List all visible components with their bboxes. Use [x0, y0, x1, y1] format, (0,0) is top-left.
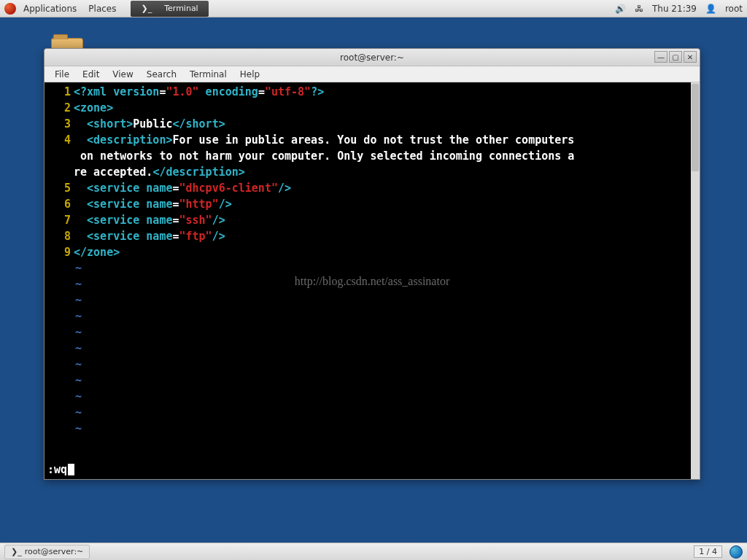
menu-places[interactable]: Places — [84, 4, 120, 14]
distro-icon — [4, 3, 16, 15]
clock[interactable]: Thu 21:39 — [652, 4, 697, 14]
scrollbar-thumb[interactable] — [692, 84, 699, 171]
volume-icon[interactable]: 🔊 — [615, 4, 626, 14]
menu-terminal[interactable]: Terminal — [184, 68, 233, 81]
cursor — [68, 464, 74, 475]
active-app-indicator[interactable]: ❯_ Terminal — [131, 1, 208, 17]
terminal-icon: ❯_ — [11, 547, 22, 556]
workspace-indicator[interactable]: 1 / 4 — [694, 545, 722, 558]
menu-file[interactable]: File — [49, 68, 75, 81]
active-app-label: Terminal — [160, 4, 203, 13]
maximize-button[interactable]: ▢ — [669, 51, 682, 63]
window-menubar: File Edit View Search Terminal Help — [44, 66, 700, 82]
top-panel: Applications Places ❯_ Terminal 🔊 🖧 Thu … — [0, 0, 747, 18]
vim-command-text: :wq — [47, 463, 67, 476]
taskbar-item[interactable]: ❯_ root@server:~ — [4, 545, 90, 559]
panel-left: Applications Places ❯_ Terminal — [4, 1, 209, 17]
terminal-window: root@server:~ — ▢ ✕ File Edit View Searc… — [44, 48, 700, 480]
menu-applications[interactable]: Applications — [19, 4, 81, 14]
window-title: root@server:~ — [340, 52, 404, 63]
editor-content: <?xml version="1.0" encoding="utf-8"?> <… — [71, 84, 700, 479]
panel-right: 🔊 🖧 Thu 21:39 👤 root — [615, 4, 743, 14]
terminal-viewport[interactable]: 1 2 3 4 5 6 7 8 9 <?xml version="1.0" en… — [44, 82, 700, 479]
menu-edit[interactable]: Edit — [77, 68, 105, 81]
terminal-icon: ❯_ — [136, 4, 156, 13]
menu-help[interactable]: Help — [234, 68, 266, 81]
close-button[interactable]: ✕ — [684, 51, 697, 63]
menu-view[interactable]: View — [107, 68, 139, 81]
user-icon: 👤 — [705, 4, 716, 14]
window-titlebar[interactable]: root@server:~ — ▢ ✕ — [44, 49, 700, 66]
scrollbar[interactable] — [691, 82, 700, 479]
user-label[interactable]: root — [725, 4, 743, 14]
line-number-gutter: 1 2 3 4 5 6 7 8 9 — [44, 84, 71, 479]
bottom-panel: ❯_ root@server:~ 1 / 4 — [0, 542, 747, 560]
network-icon[interactable]: 🖧 — [635, 4, 643, 14]
vim-command-line[interactable]: :wq — [47, 463, 74, 476]
show-desktop-icon[interactable] — [729, 545, 743, 559]
minimize-button[interactable]: — — [654, 51, 667, 63]
menu-search[interactable]: Search — [141, 68, 182, 81]
taskbar-item-label: root@server:~ — [25, 547, 84, 556]
